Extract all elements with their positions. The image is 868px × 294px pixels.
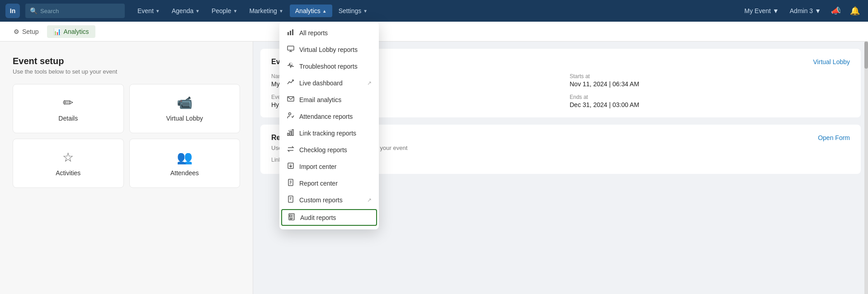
- svg-rect-1: [290, 31, 291, 35]
- svg-rect-18: [290, 215, 292, 217]
- detail-ends-at: Ends at Dec 31, 2024 | 03:00 AM: [570, 94, 850, 108]
- setup-grid: ✏ Details 📹 Virtual Lobby ☆ Activities 👥…: [13, 84, 240, 188]
- chevron-down-icon: ▼: [195, 9, 200, 14]
- detail-starts-at: Starts at Nov 11, 2024 | 06:34 AM: [570, 73, 850, 88]
- video-icon: 📹: [177, 95, 193, 110]
- bar-chart-icon: [287, 28, 295, 37]
- analytics-dropdown: All reports Virtual Lobby reports Troubl…: [279, 22, 379, 229]
- swap-horiz-icon: [287, 145, 295, 154]
- event-setup-title: Event setup: [13, 56, 240, 66]
- setup-card-virtual-lobby[interactable]: 📹 Virtual Lobby: [129, 84, 241, 133]
- event-setup-subtitle: Use the tools below to set up your event: [13, 68, 240, 75]
- chevron-down-icon: ▼: [773, 7, 779, 14]
- svg-point-5: [289, 113, 291, 115]
- search-icon: 🔍: [30, 7, 38, 14]
- nav-item-agenda[interactable]: Agenda ▼: [166, 5, 205, 17]
- menu-troubleshoot-reports[interactable]: Troubleshoot reports: [279, 58, 379, 75]
- top-nav: In 🔍 Event ▼ Agenda ▼ People ▼ Marketing…: [0, 0, 868, 22]
- chevron-up-icon: ▲: [322, 9, 327, 14]
- audit-icon: [288, 213, 296, 222]
- chevron-down-icon: ▼: [363, 9, 368, 14]
- menu-live-dashboard[interactable]: Live dashboard ↗: [279, 75, 379, 91]
- notifications-icon[interactable]: 📣: [828, 4, 844, 18]
- svg-rect-8: [292, 130, 293, 135]
- setup-card-attendees[interactable]: 👥 Attendees: [129, 139, 241, 188]
- trending-up-icon: [287, 79, 295, 87]
- pencil-icon: ✏: [63, 95, 73, 110]
- link-chart-icon: [287, 129, 295, 137]
- menu-report-center[interactable]: Report center: [279, 175, 379, 191]
- bell-icon[interactable]: 🔔: [847, 4, 863, 18]
- email-icon: [287, 95, 295, 104]
- my-event-selector[interactable]: My Event ▼: [741, 5, 783, 16]
- menu-checklog-reports[interactable]: Checklog reports: [279, 141, 379, 158]
- main-area: Event setup Use the tools below to set u…: [0, 42, 868, 294]
- left-panel: Event setup Use the tools below to set u…: [0, 42, 253, 294]
- nav-items: Event ▼ Agenda ▼ People ▼ Marketing ▼ An…: [132, 5, 739, 17]
- setup-card-details[interactable]: ✏ Details: [13, 84, 124, 133]
- svg-rect-0: [288, 32, 289, 35]
- chart-icon: 📊: [53, 28, 61, 35]
- monitor-icon: [287, 45, 295, 54]
- search-box[interactable]: 🔍: [25, 4, 125, 18]
- chevron-down-icon: ▼: [156, 9, 160, 14]
- menu-email-analytics[interactable]: Email analytics: [279, 91, 379, 108]
- download-box-icon: [287, 162, 295, 171]
- sub-nav: ⚙ Setup 📊 Analytics: [0, 22, 868, 42]
- menu-audit-reports[interactable]: Audit reports: [281, 209, 377, 226]
- menu-all-reports[interactable]: All reports: [279, 24, 379, 41]
- open-form-link[interactable]: Open Form: [818, 134, 850, 141]
- virtual-lobby-link[interactable]: Virtual Lobby: [813, 58, 850, 65]
- file-note-icon: [287, 196, 295, 204]
- chevron-down-icon: ▼: [233, 9, 238, 14]
- menu-virtual-lobby-reports[interactable]: Virtual Lobby reports: [279, 41, 379, 58]
- nav-item-marketing[interactable]: Marketing ▼: [244, 5, 288, 17]
- admin-selector[interactable]: Admin 3 ▼: [786, 5, 825, 16]
- menu-custom-reports[interactable]: Custom reports ↗: [279, 191, 379, 208]
- chevron-down-icon: ▼: [815, 7, 821, 14]
- chevron-down-icon: ▼: [279, 9, 283, 14]
- sub-nav-setup[interactable]: ⚙ Setup: [7, 25, 45, 38]
- person-check-icon: [287, 112, 295, 121]
- scrollbar[interactable]: [864, 42, 868, 294]
- setup-card-activities[interactable]: ☆ Activities: [13, 139, 124, 188]
- svg-rect-7: [290, 131, 291, 135]
- menu-import-center[interactable]: Import center: [279, 158, 379, 175]
- sub-nav-analytics[interactable]: 📊 Analytics: [47, 25, 95, 38]
- people-icon: 👥: [177, 150, 193, 165]
- nav-item-event[interactable]: Event ▼: [132, 5, 165, 17]
- app-logo: In: [5, 4, 20, 18]
- menu-link-tracking-reports[interactable]: Link tracking reports: [279, 125, 379, 141]
- search-input[interactable]: [40, 8, 120, 14]
- svg-rect-6: [288, 133, 289, 135]
- scrollbar-thumb[interactable]: [864, 42, 868, 69]
- gear-icon: ⚙: [14, 28, 19, 35]
- external-link-icon: ↗: [367, 80, 372, 86]
- menu-attendance-reports[interactable]: Attendance reports: [279, 108, 379, 125]
- svg-rect-3: [288, 46, 294, 50]
- nav-item-people[interactable]: People ▼: [206, 5, 243, 17]
- nav-item-settings[interactable]: Settings ▼: [333, 5, 373, 17]
- nav-right: My Event ▼ Admin 3 ▼ 📣 🔔: [741, 4, 863, 18]
- external-link-icon: ↗: [367, 197, 372, 203]
- report-box-icon: [287, 179, 295, 187]
- heart-pulse-icon: [287, 62, 295, 70]
- svg-rect-2: [292, 29, 293, 35]
- nav-item-analytics[interactable]: Analytics ▲: [290, 5, 332, 17]
- star-icon: ☆: [62, 150, 74, 165]
